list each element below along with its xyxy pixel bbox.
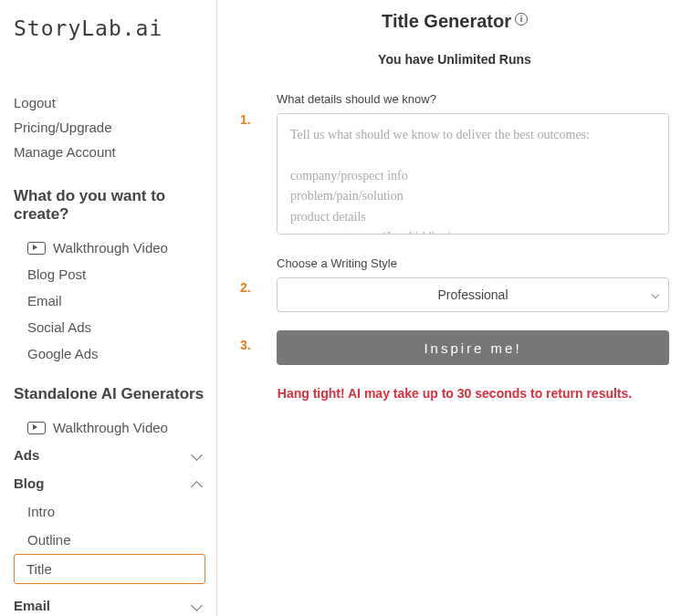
page-title: Title Generator	[382, 11, 511, 32]
accordion-blog[interactable]: Blog	[14, 469, 216, 497]
writing-style-select[interactable]: Professional	[277, 277, 669, 312]
details-input[interactable]	[277, 113, 669, 235]
create-heading: What do you want to create?	[14, 187, 216, 224]
sidebar-item-label: Walkthrough Video	[53, 420, 168, 435]
blog-title-item[interactable]: Title	[14, 554, 205, 584]
video-icon	[27, 422, 46, 434]
style-label: Choose a Writing Style	[277, 256, 669, 270]
accordion-ads[interactable]: Ads	[14, 441, 216, 469]
main-content: Title Generator i You have Unlimited Run…	[217, 0, 692, 616]
runs-text: You have Unlimited Runs	[240, 52, 669, 67]
sidebar-item-label: Walkthrough Video	[53, 240, 168, 256]
loading-text: Hang tight! AI may take up to 30 seconds…	[240, 383, 669, 403]
blog-intro-item[interactable]: Intro	[14, 497, 205, 526]
manage-account-link[interactable]: Manage Account	[14, 140, 216, 164]
step-number: 3.	[240, 330, 277, 352]
blog-post-item[interactable]: Blog Post	[14, 261, 216, 287]
accordion-email[interactable]: Email	[14, 591, 216, 616]
details-label: What details should we know?	[277, 92, 669, 106]
form-step-2: 2. Choose a Writing Style Professional	[240, 256, 669, 312]
step-number: 1.	[240, 92, 277, 127]
form-step-1: 1. What details should we know?	[240, 92, 669, 238]
account-links: Logout Pricing/Upgrade Manage Account	[14, 90, 216, 164]
info-icon[interactable]: i	[515, 13, 528, 26]
chevron-up-icon	[193, 478, 204, 489]
logo: StoryLab.ai	[14, 16, 216, 40]
chevron-down-icon	[193, 600, 204, 611]
google-ads-item[interactable]: Google Ads	[14, 340, 216, 367]
form-step-3: 3. Inspire me!	[240, 330, 669, 365]
generators-heading: Standalone AI Generators	[14, 385, 216, 403]
email-item[interactable]: Email	[14, 287, 216, 314]
accordion-label: Ads	[14, 447, 39, 463]
social-ads-item[interactable]: Social Ads	[14, 314, 216, 340]
video-icon	[27, 242, 46, 255]
title-row: Title Generator i	[240, 11, 669, 32]
logout-link[interactable]: Logout	[14, 90, 216, 115]
pricing-link[interactable]: Pricing/Upgrade	[14, 115, 216, 140]
accordion-label: Blog	[14, 475, 44, 491]
step-number: 2.	[240, 256, 277, 295]
chevron-down-icon	[193, 450, 204, 461]
blog-outline-item[interactable]: Outline	[14, 526, 205, 554]
walkthrough-video-create[interactable]: Walkthrough Video	[14, 235, 216, 261]
walkthrough-video-generators[interactable]: Walkthrough Video	[14, 414, 216, 441]
sidebar: StoryLab.ai Logout Pricing/Upgrade Manag…	[0, 0, 217, 616]
accordion-label: Email	[14, 598, 50, 613]
inspire-button[interactable]: Inspire me!	[277, 330, 669, 365]
